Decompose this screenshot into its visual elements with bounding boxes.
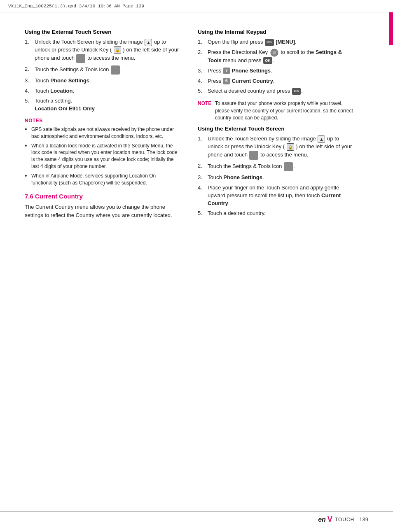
step-num: 1.	[198, 135, 205, 160]
logo-touch: TOUCH	[335, 517, 354, 523]
notes-list: • GPS satellite signals are not always r…	[25, 126, 181, 186]
up-arrow-icon-r: ▲	[318, 135, 325, 143]
nav-key-icon	[270, 49, 278, 57]
step-num: 3.	[25, 77, 32, 85]
settings-tools-icon	[111, 65, 120, 75]
phone-settings-label: Phone Settings	[50, 77, 89, 84]
svg-point-1	[273, 51, 276, 54]
key-6-badge: 6	[223, 78, 230, 84]
step-num: 2.	[198, 162, 205, 171]
right-step2-1: 1. Unlock the Touch Screen by sliding th…	[198, 135, 354, 160]
logo-en: en	[318, 516, 326, 523]
right-step2-4: 4. Place your finger on the Touch Screen…	[198, 184, 354, 208]
note-text: When in Airplane Mode, services supporti…	[31, 173, 181, 187]
right-step-4: 4. Press 6 Current Country.	[198, 77, 354, 85]
note-item-1: • GPS satellite signals are not always r…	[25, 126, 181, 140]
step-num: 4.	[198, 184, 205, 208]
step-num: 5.	[25, 97, 32, 113]
left-margin-mark-bottom	[8, 507, 16, 507]
ok-icon-3: OK	[292, 88, 301, 95]
step-text: Touch a setting. Location On/ E911 Only	[35, 97, 181, 113]
unlock-key-icon: 🔒	[114, 46, 121, 54]
header-bar: VX11K_Eng_100225(1.3).qxd 3/4/10 10:36 A…	[0, 0, 393, 12]
left-steps-list: 1. Unlock the Touch Screen by sliding th…	[25, 38, 181, 113]
step-num: 4.	[25, 87, 32, 95]
left-step-2: 2. Touch the Settings & Tools icon .	[25, 65, 181, 75]
step-text: Press the Directional Key to scroll to t…	[208, 49, 354, 65]
settings-tools-icon-r	[284, 162, 293, 171]
ok-icon: OK	[265, 39, 274, 46]
left-step-1: 1. Unlock the Touch Screen by sliding th…	[25, 38, 181, 63]
menu-icon-r	[249, 151, 258, 160]
left-step-3: 3. Touch Phone Settings.	[25, 77, 181, 85]
left-section1-heading: Using the External Touch Screen	[25, 29, 181, 35]
menu-icon	[76, 54, 85, 63]
bullet-icon: •	[25, 142, 29, 170]
step-num: 2.	[25, 65, 32, 75]
step-text: Press 6 Current Country.	[208, 77, 354, 85]
page-footer: enV TOUCH 139	[0, 511, 393, 524]
ok-icon-2: OK	[263, 57, 272, 64]
note-text: When a location lock mode is activated i…	[31, 142, 181, 170]
step-num: 5.	[198, 210, 205, 217]
step-text: Touch Phone Settings.	[35, 77, 181, 85]
note-item-3: • When in Airplane Mode, services suppor…	[25, 173, 181, 187]
left-margin-mark-top	[8, 29, 16, 29]
right-margin-mark-bottom	[377, 507, 385, 507]
note-item-2: • When a location lock mode is activated…	[25, 142, 181, 170]
page-number: 139	[359, 516, 368, 523]
note-single-text: To assure that your phone works properly…	[215, 100, 354, 121]
right-steps-list-2: 1. Unlock the Touch Screen by sliding th…	[198, 135, 354, 217]
left-column: Using the External Touch Screen 1. Unloc…	[25, 29, 181, 225]
step-num: 1.	[198, 38, 205, 46]
step-text: Touch Phone Settings.	[208, 174, 354, 182]
pink-accent-bar	[389, 12, 393, 45]
right-column: Using the Internal Keypad 1. Open the fl…	[198, 29, 354, 225]
step-text: Unlock the Touch Screen by sliding the i…	[35, 38, 181, 63]
unlock-key-icon-r: 🔒	[287, 143, 294, 151]
right-step2-3: 3. Touch Phone Settings.	[198, 174, 354, 182]
step-text: Place your finger on the Touch Screen an…	[208, 184, 354, 208]
step-num: 1.	[25, 38, 32, 63]
current-country-label: Current Country	[232, 78, 273, 84]
right-step2-5: 5. Touch a desired country.	[198, 210, 354, 217]
columns-container: Using the External Touch Screen 1. Unloc…	[25, 29, 368, 225]
footer-logo: enV TOUCH	[318, 515, 354, 524]
right-step2-2: 2. Touch the Settings & Tools icon .	[198, 162, 354, 171]
step-num: 3.	[198, 174, 205, 182]
phone-settings-label-r2: Phone Settings	[223, 174, 262, 180]
step-text: Touch Location.	[35, 87, 181, 95]
step-text: Press 7 Phone Settings.	[208, 67, 354, 75]
step-num: 3.	[198, 67, 205, 75]
step-text: Touch a desired country.	[208, 210, 354, 217]
notes-label: NOTES	[25, 118, 181, 124]
right-margin-mark-top	[377, 29, 385, 29]
step-text: Select a desired country and press OK.	[208, 87, 354, 95]
left-step-4: 4. Touch Location.	[25, 87, 181, 95]
right-step-2: 2. Press the Directional Key to scroll t…	[198, 49, 354, 65]
step-text: Unlock the Touch Screen by sliding the i…	[208, 135, 354, 160]
key-7-badge: 7	[223, 68, 230, 74]
step-num: 5.	[198, 87, 205, 95]
step-text: Open the flip and press OK [MENU].	[208, 38, 354, 46]
bullet-icon: •	[25, 126, 29, 140]
section-76-title: 7.6 Current Country	[25, 193, 181, 200]
bullet-icon: •	[25, 173, 29, 187]
step-text: Touch the Settings & Tools icon .	[208, 162, 354, 171]
step-text: Touch the Settings & Tools icon .	[35, 65, 181, 75]
note-single-block: NOTE To assure that your phone works pro…	[198, 100, 354, 121]
section-76-intro: The Current Country menu allows you to c…	[25, 203, 181, 219]
location-on-label: Location On/ E911 Only	[35, 105, 95, 112]
right-step-1: 1. Open the flip and press OK [MENU].	[198, 38, 354, 46]
right-step-5: 5. Select a desired country and press OK…	[198, 87, 354, 95]
menu-label: [MENU]	[276, 39, 295, 45]
main-content: Using the External Touch Screen 1. Unloc…	[25, 29, 368, 499]
location-label: Location	[50, 88, 73, 94]
right-step-3: 3. Press 7 Phone Settings.	[198, 67, 354, 75]
step-num: 4.	[198, 77, 205, 85]
note-text: GPS satellite signals are not always rec…	[31, 126, 181, 140]
header-text: VX11K_Eng_100225(1.3).qxd 3/4/10 10:36 A…	[8, 4, 144, 9]
up-arrow-icon: ▲	[145, 39, 152, 46]
right-section2-heading: Using the External Touch Screen	[198, 126, 354, 132]
current-country-label-r2: Current Country	[208, 192, 341, 206]
